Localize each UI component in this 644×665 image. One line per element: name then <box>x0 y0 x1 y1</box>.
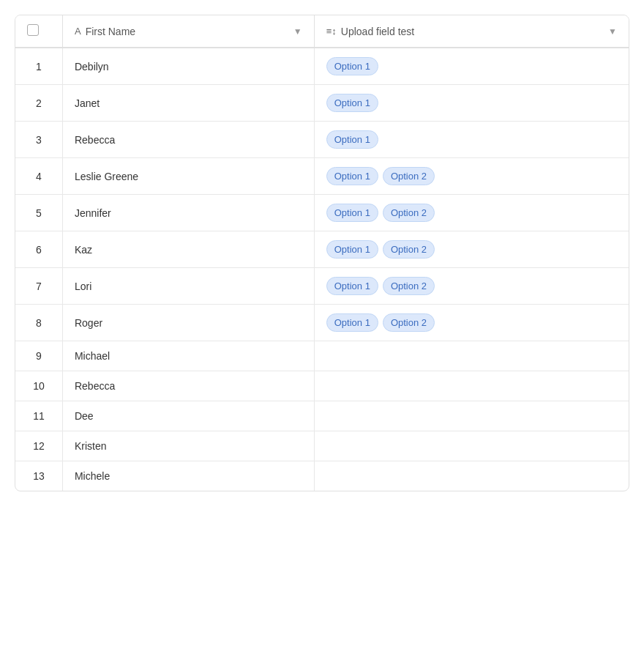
name-cell: Michael <box>62 341 314 371</box>
table-row[interactable]: 9Michael <box>15 341 629 371</box>
option1-tag[interactable]: Option 1 <box>326 313 378 332</box>
name-cell: Jennifer <box>62 195 314 231</box>
table-row[interactable]: 2JanetOption 1 <box>15 85 629 122</box>
first-name-column-header[interactable]: A First Name ▼ <box>62 15 314 48</box>
table-body: 1DebilynOption 12JanetOption 13RebeccaOp… <box>15 48 629 491</box>
table-row[interactable]: 8RogerOption 1Option 2 <box>15 305 629 341</box>
tags-cell[interactable] <box>314 341 629 371</box>
data-table: A First Name ▼ ≡↕ Upload field test ▼ 1D… <box>15 15 629 491</box>
name-cell: Michele <box>62 461 314 491</box>
table-row[interactable]: 10Rebecca <box>15 371 629 401</box>
row-number: 4 <box>15 158 62 195</box>
upload-header-label: Upload field test <box>341 26 414 37</box>
row-number: 10 <box>15 371 62 401</box>
table-row[interactable]: 4Leslie GreeneOption 1Option 2 <box>15 158 629 195</box>
row-number: 12 <box>15 431 62 461</box>
name-cell: Dee <box>62 401 314 431</box>
tags-cell[interactable]: Option 1Option 2 <box>314 268 629 305</box>
row-number: 6 <box>15 231 62 268</box>
tags-cell[interactable] <box>314 371 629 401</box>
option1-tag[interactable]: Option 1 <box>326 130 378 149</box>
name-cell: Rebecca <box>62 122 314 158</box>
row-number: 8 <box>15 305 62 341</box>
name-cell: Kristen <box>62 431 314 461</box>
option2-tag[interactable]: Option 2 <box>383 204 435 222</box>
option1-tag[interactable]: Option 1 <box>326 204 378 222</box>
table-row[interactable]: 3RebeccaOption 1 <box>15 122 629 158</box>
name-cell: Leslie Greene <box>62 158 314 195</box>
table-row[interactable]: 11Dee <box>15 401 629 431</box>
tags-cell[interactable] <box>314 401 629 431</box>
row-number: 11 <box>15 401 62 431</box>
option2-tag[interactable]: Option 2 <box>383 277 435 295</box>
tags-cell[interactable]: Option 1 <box>314 122 629 158</box>
sort-icon[interactable]: ▼ <box>293 26 302 37</box>
option1-tag[interactable]: Option 1 <box>326 277 378 295</box>
tags-cell[interactable]: Option 1Option 2 <box>314 305 629 341</box>
table-row[interactable]: 6KazOption 1Option 2 <box>15 231 629 268</box>
name-cell: Debilyn <box>62 48 314 85</box>
row-number: 13 <box>15 461 62 491</box>
option2-tag[interactable]: Option 2 <box>383 240 435 259</box>
row-number: 2 <box>15 85 62 122</box>
name-cell: Roger <box>62 305 314 341</box>
option1-tag[interactable]: Option 1 <box>326 94 378 112</box>
upload-column-header[interactable]: ≡↕ Upload field test ▼ <box>314 15 629 48</box>
upload-sort-icon[interactable]: ▼ <box>608 26 617 37</box>
name-cell: Lori <box>62 268 314 305</box>
option1-tag[interactable]: Option 1 <box>326 57 378 75</box>
tags-cell[interactable]: Option 1Option 2 <box>314 158 629 195</box>
text-column-icon: A <box>75 26 81 37</box>
spreadsheet-container: A First Name ▼ ≡↕ Upload field test ▼ 1D… <box>15 15 629 491</box>
option1-tag[interactable]: Option 1 <box>326 167 378 185</box>
row-number: 5 <box>15 195 62 231</box>
row-number: 1 <box>15 48 62 85</box>
row-number: 3 <box>15 122 62 158</box>
option2-tag[interactable]: Option 2 <box>383 313 435 332</box>
header-row: A First Name ▼ ≡↕ Upload field test ▼ <box>15 15 629 48</box>
table-row[interactable]: 7LoriOption 1Option 2 <box>15 268 629 305</box>
first-name-header-label: First Name <box>86 26 135 37</box>
multiselect-column-icon: ≡↕ <box>326 26 337 37</box>
table-row[interactable]: 5JenniferOption 1Option 2 <box>15 195 629 231</box>
name-cell: Janet <box>62 85 314 122</box>
name-cell: Kaz <box>62 231 314 268</box>
option2-tag[interactable]: Option 2 <box>383 167 435 185</box>
select-all-checkbox[interactable] <box>27 24 39 36</box>
table-row[interactable]: 13Michele <box>15 461 629 491</box>
table-row[interactable]: 12Kristen <box>15 431 629 461</box>
row-number: 9 <box>15 341 62 371</box>
row-number: 7 <box>15 268 62 305</box>
option1-tag[interactable]: Option 1 <box>326 240 378 259</box>
tags-cell[interactable] <box>314 431 629 461</box>
tags-cell[interactable]: Option 1 <box>314 85 629 122</box>
name-cell: Rebecca <box>62 371 314 401</box>
table-row[interactable]: 1DebilynOption 1 <box>15 48 629 85</box>
tags-cell[interactable]: Option 1 <box>314 48 629 85</box>
tags-cell[interactable]: Option 1Option 2 <box>314 195 629 231</box>
tags-cell[interactable]: Option 1Option 2 <box>314 231 629 268</box>
tags-cell[interactable] <box>314 461 629 491</box>
checkbox-column-header[interactable] <box>15 15 62 48</box>
